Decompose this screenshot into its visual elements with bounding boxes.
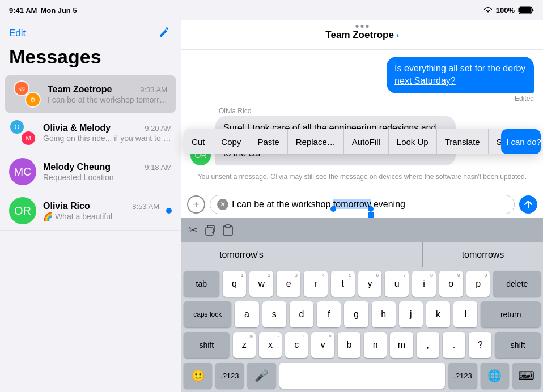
context-menu-autofill[interactable]: AutoFill [344, 129, 389, 154]
conv-name: Olivia Rico [43, 201, 90, 211]
key-return[interactable]: return [481, 301, 541, 327]
wifi-icon [483, 7, 493, 14]
conv-name: Melody Cheung [43, 162, 111, 172]
key-delete[interactable]: delete [493, 271, 541, 297]
suggestion-tomorrows[interactable]: tomorrows [422, 242, 543, 267]
sidebar: Edit Messages 🏎 ⚙ Team Zoetrope 9:33 AM [0, 20, 181, 392]
context-menu-cut[interactable]: Cut [184, 129, 213, 154]
cursor-handle-bottom [368, 212, 374, 218]
add-attachment-button[interactable]: + [187, 195, 205, 214]
message-input-wrapper: ✕ I can be at the workshop tomorrow even… [210, 195, 515, 214]
paste-icon[interactable] [222, 224, 234, 236]
key-q[interactable]: q1 [223, 271, 247, 297]
key-k[interactable]: k [426, 301, 450, 327]
keyboard: ✂ tomorrow's tomorrows [181, 218, 543, 392]
avatar: MC [9, 158, 36, 185]
system-message: You unsent a message. Olivia may still s… [190, 170, 534, 184]
key-num-left[interactable]: .?123 [215, 363, 244, 389]
key-r[interactable]: r4 [304, 271, 328, 297]
key-row-4: 🙂 .?123 🎤 .?123 🌐 ⌨ [184, 363, 541, 389]
key-y[interactable]: y6 [358, 271, 382, 297]
conv-content: Melody Cheung 9:18 AM Requested Location [43, 162, 172, 182]
key-c[interactable]: c+ [285, 332, 308, 358]
chat-input-row: + ✕ I can be at the workshop tomorrow ev… [181, 191, 543, 218]
send-button[interactable] [519, 195, 537, 214]
compose-button[interactable] [158, 25, 172, 41]
key-l[interactable]: l [453, 301, 477, 327]
key-keyboard-hide[interactable]: ⌨ [512, 363, 541, 389]
key-i[interactable]: i8 [412, 271, 436, 297]
key-w[interactable]: w2 [249, 271, 273, 297]
header-dots [356, 25, 369, 28]
key-mic[interactable]: 🎤 [247, 363, 275, 389]
suggestion-empty[interactable] [302, 242, 422, 267]
message-bubble-sent[interactable]: Is everything all set for the derby next… [387, 57, 534, 93]
main-layout: Edit Messages 🏎 ⚙ Team Zoetrope 9:33 AM [0, 20, 543, 392]
conversation-item[interactable]: O M Olivia & Melody 9:20 AM Going on thi… [0, 113, 181, 152]
conv-preview: 🌈 What a beautiful [43, 212, 159, 221]
context-menu-replace[interactable]: Replace… [288, 129, 344, 154]
svg-rect-4 [226, 225, 230, 228]
key-v[interactable]: v= [311, 332, 334, 358]
avatar-2: M [20, 130, 36, 146]
key-shift-right[interactable]: shift [495, 332, 541, 358]
svg-rect-2 [206, 228, 213, 235]
key-b[interactable]: b [338, 332, 360, 358]
conversation-item[interactable]: MC Melody Cheung 9:18 AM Requested Locat… [0, 152, 181, 191]
compose-icon [158, 25, 172, 39]
key-t[interactable]: t5 [331, 271, 355, 297]
conv-time: 9:18 AM [145, 163, 172, 172]
key-p[interactable]: p0 [466, 271, 490, 297]
edit-button[interactable]: Edit [9, 28, 26, 39]
key-comma[interactable]: , [417, 332, 439, 358]
chat-title-chevron: › [396, 31, 399, 40]
key-num-right[interactable]: .?123 [448, 363, 477, 389]
key-d[interactable]: d [290, 301, 313, 327]
context-menu-copy[interactable]: Copy [213, 129, 249, 154]
key-z[interactable]: z% [233, 332, 256, 358]
key-a[interactable]: a [235, 301, 258, 327]
key-period[interactable]: . [443, 332, 465, 358]
sidebar-header: Edit [0, 20, 181, 44]
key-question[interactable]: ? [469, 332, 491, 358]
key-space[interactable] [279, 363, 446, 389]
key-o[interactable]: o9 [439, 271, 463, 297]
status-date: Mon Jun 5 [40, 6, 77, 15]
conversation-item[interactable]: 🏎 ⚙ Team Zoetrope 9:33 AM I can be at th… [5, 75, 176, 113]
context-menu-paste[interactable]: Paste [249, 129, 287, 154]
status-time: 9:41 AM [9, 6, 37, 15]
chat-title[interactable]: Team Zoetrope › [325, 29, 398, 41]
key-h[interactable]: h [372, 301, 396, 327]
key-f[interactable]: f [317, 301, 341, 327]
key-tab[interactable]: tab [184, 271, 219, 297]
key-globe[interactable]: 🌐 [481, 363, 509, 389]
key-shift-left[interactable]: shift [184, 332, 230, 358]
key-capslock[interactable]: caps lock [184, 301, 231, 327]
context-menu-translate[interactable]: Translate [437, 129, 489, 154]
key-n[interactable]: n [364, 332, 387, 358]
key-g[interactable]: g [344, 301, 368, 327]
key-j[interactable]: j [399, 301, 423, 327]
copy-icon[interactable] [203, 224, 216, 236]
scissors-icon[interactable]: ✂ [188, 223, 198, 237]
key-x[interactable]: x- [259, 332, 282, 358]
battery-level: 100% [496, 6, 515, 15]
status-bar-left: 9:41 AM Mon Jun 5 [9, 6, 77, 15]
conv-preview: Requested Location [43, 173, 172, 182]
conversation-item[interactable]: OR Olivia Rico 8:53 AM 🌈 What a beautifu… [0, 191, 181, 231]
key-e[interactable]: e3 [277, 271, 300, 297]
conv-header: Olivia & Melody 9:20 AM [43, 123, 172, 133]
key-emoji[interactable]: 🙂 [184, 363, 212, 389]
key-s[interactable]: s [262, 301, 286, 327]
clear-input-button[interactable]: ✕ [217, 199, 228, 210]
send-icon [524, 201, 532, 208]
message-input[interactable]: I can be at the workshop tomorrow evenin… [232, 199, 507, 210]
context-menu-lookup[interactable]: Look Up [389, 129, 437, 154]
conv-header: Olivia Rico 8:53 AM [43, 201, 159, 211]
avatar: OR [9, 197, 36, 224]
context-menu-blue-action[interactable]: I can do? [501, 129, 541, 154]
suggestion-tomorrows-apostrophe[interactable]: tomorrow's [181, 242, 302, 267]
message-row-sent: Is everything all set for the derby next… [190, 57, 534, 103]
key-u[interactable]: u7 [385, 271, 409, 297]
key-m[interactable]: m [390, 332, 413, 358]
